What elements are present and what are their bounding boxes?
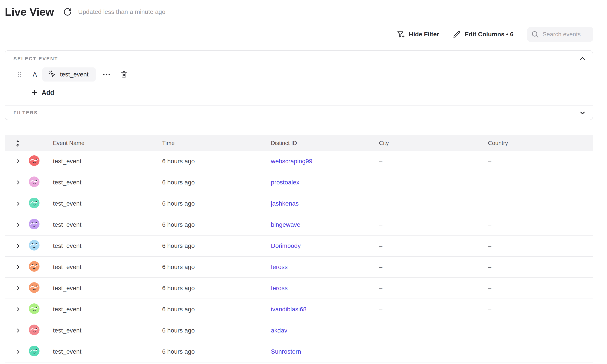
- header-city: City: [379, 140, 488, 146]
- table-row[interactable]: test_event 6 hours ago feross – –: [5, 278, 593, 299]
- time-cell: 6 hours ago: [162, 242, 271, 249]
- distinct-id-link[interactable]: feross: [271, 263, 288, 270]
- drag-handle[interactable]: [16, 70, 22, 79]
- avatar-cell: [29, 325, 53, 337]
- expand-row-button[interactable]: [14, 348, 22, 355]
- search-events-input[interactable]: [542, 31, 589, 38]
- expand-row-button[interactable]: [14, 263, 22, 271]
- query-builder-panel: SELECT EVENT A: [5, 50, 593, 120]
- table-row[interactable]: test_event 6 hours ago webscraping99 – –: [5, 151, 593, 172]
- expand-row-button[interactable]: [14, 285, 22, 292]
- table-row[interactable]: test_event 6 hours ago jashkenas – –: [5, 193, 593, 214]
- distinct-id-link[interactable]: feross: [271, 285, 288, 291]
- collapse-rows-header[interactable]: [5, 139, 29, 148]
- event-name-cell: test_event: [53, 348, 162, 355]
- trash-icon: [120, 70, 127, 79]
- edit-columns-button[interactable]: Edit Columns • 6: [453, 30, 513, 38]
- distinct-id-link[interactable]: Dorimoody: [271, 242, 301, 249]
- avatar: [29, 240, 40, 250]
- distinct-id-link[interactable]: jashkenas: [271, 200, 299, 207]
- avatar-cell: [29, 282, 53, 294]
- event-name-cell: test_event: [53, 327, 162, 334]
- avatar-cell: [29, 261, 53, 273]
- avatar: [29, 155, 40, 166]
- distinct-id-link[interactable]: prostoalex: [271, 179, 299, 186]
- refresh-icon: [63, 8, 72, 16]
- avatar-cell: [29, 177, 53, 189]
- expand-row-button[interactable]: [14, 179, 22, 186]
- search-events-box[interactable]: [527, 27, 593, 42]
- event-name-cell: test_event: [53, 306, 162, 313]
- distinct-id-link[interactable]: ivandiblasi68: [271, 306, 307, 313]
- distinct-id-link[interactable]: akdav: [271, 327, 287, 334]
- city-cell: –: [379, 200, 488, 207]
- chevron-right-icon: [15, 349, 21, 355]
- avatar-cell: [29, 219, 53, 231]
- country-cell: –: [488, 200, 593, 207]
- chevron-down-icon: [579, 109, 586, 117]
- distinct-id-link[interactable]: webscraping99: [271, 158, 312, 165]
- expand-row-button[interactable]: [14, 200, 22, 207]
- avatar-cell: [29, 155, 53, 168]
- funnel-plus-icon: [397, 30, 405, 39]
- chevron-right-icon: [15, 306, 21, 312]
- distinct-id-link[interactable]: Sunrostern: [271, 348, 301, 355]
- event-name-cell: test_event: [53, 242, 162, 249]
- table-row[interactable]: test_event 6 hours ago Sunrostern – –: [5, 341, 593, 363]
- country-cell: –: [488, 263, 593, 271]
- table-row[interactable]: test_event 6 hours ago Dorimoody – –: [5, 235, 593, 257]
- collapse-select-event-button[interactable]: [578, 54, 587, 63]
- city-cell: –: [379, 306, 488, 313]
- expand-row-button[interactable]: [14, 242, 22, 250]
- delete-event-button[interactable]: [119, 70, 129, 79]
- events-table: Event Name Time Distinct ID City Country: [5, 135, 593, 363]
- series-letter: A: [32, 71, 38, 78]
- chevron-right-icon: [15, 264, 21, 270]
- event-options-button[interactable]: [101, 70, 112, 79]
- city-cell: –: [379, 221, 488, 228]
- row-expand-cell: [5, 221, 29, 229]
- country-cell: –: [488, 158, 593, 165]
- refresh-button[interactable]: [63, 7, 72, 17]
- hide-filter-label: Hide Filter: [409, 31, 439, 38]
- page-title: Live View: [5, 5, 54, 19]
- table-row[interactable]: test_event 6 hours ago ivandiblasi68 – –: [5, 299, 593, 320]
- search-icon: [531, 30, 539, 38]
- add-event-button[interactable]: Add: [31, 86, 54, 100]
- row-expand-cell: [5, 306, 29, 313]
- avatar-cell: [29, 240, 53, 252]
- avatar: [29, 346, 40, 356]
- avatar-cell: [29, 346, 53, 358]
- expand-row-button[interactable]: [14, 157, 22, 165]
- table-header: Event Name Time Distinct ID City Country: [5, 135, 593, 151]
- select-event-label: SELECT EVENT: [14, 56, 58, 62]
- expand-filters-button[interactable]: [578, 108, 587, 117]
- time-cell: 6 hours ago: [162, 158, 271, 165]
- table-row[interactable]: test_event 6 hours ago akdav – –: [5, 320, 593, 341]
- chevron-right-icon: [15, 243, 21, 249]
- distinct-id-link[interactable]: bingewave: [271, 221, 300, 228]
- filters-section: FILTERS: [5, 105, 593, 120]
- country-cell: –: [488, 327, 593, 334]
- table-row[interactable]: test_event 6 hours ago feross – –: [5, 257, 593, 278]
- country-cell: –: [488, 179, 593, 186]
- event-name-cell: test_event: [53, 221, 162, 228]
- table-row[interactable]: test_event 6 hours ago bingewave – –: [5, 214, 593, 235]
- expand-row-button[interactable]: [14, 327, 22, 334]
- city-cell: –: [379, 327, 488, 334]
- country-cell: –: [488, 348, 593, 355]
- time-cell: 6 hours ago: [162, 348, 271, 355]
- chevron-right-icon: [15, 327, 21, 334]
- chevron-right-icon: [15, 285, 21, 291]
- updated-status: Updated less than a minute ago: [78, 8, 165, 15]
- row-expand-cell: [5, 348, 29, 355]
- city-cell: –: [379, 179, 488, 186]
- city-cell: –: [379, 348, 488, 355]
- chevron-up-icon: [579, 55, 586, 62]
- event-chip[interactable]: test_event: [42, 67, 96, 81]
- expand-row-button[interactable]: [14, 306, 22, 313]
- table-row[interactable]: test_event 6 hours ago prostoalex – –: [5, 172, 593, 193]
- expand-row-button[interactable]: [14, 221, 22, 229]
- hide-filter-button[interactable]: Hide Filter: [397, 30, 439, 39]
- event-name-cell: test_event: [53, 158, 162, 165]
